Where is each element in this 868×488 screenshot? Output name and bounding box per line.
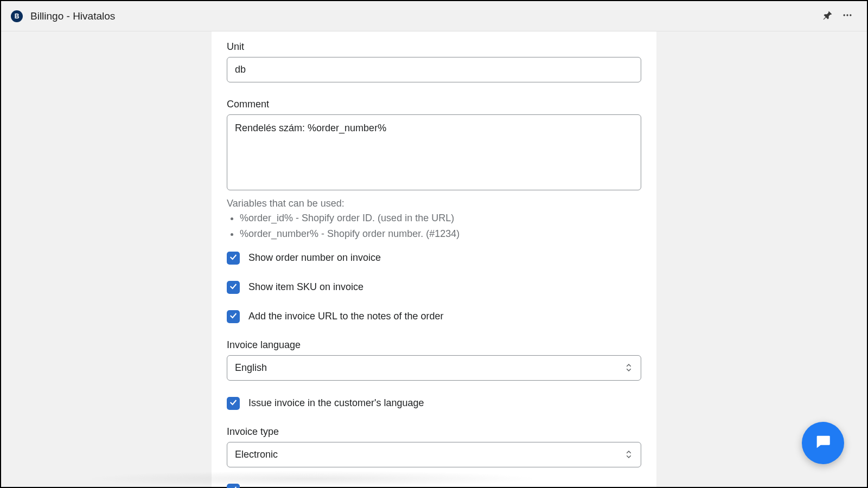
pin-button[interactable] bbox=[818, 7, 838, 26]
invoice-type-label: Invoice type bbox=[227, 426, 641, 438]
titlebar: B Billingo - Hivatalos bbox=[1, 1, 867, 31]
checkbox-box[interactable] bbox=[227, 310, 240, 323]
select-value: English bbox=[227, 355, 641, 381]
unit-label: Unit bbox=[227, 41, 641, 53]
content-area: Unit Comment Variables that can be used:… bbox=[1, 31, 867, 487]
checkbox-label: Add the invoice URL to the notes of the … bbox=[248, 311, 444, 322]
check-icon bbox=[229, 398, 238, 409]
variables-list: %order_id% - Shopify order ID. (used in … bbox=[227, 210, 641, 242]
checkbox-label: Show order number on invoice bbox=[248, 252, 381, 264]
checkbox-box[interactable] bbox=[227, 484, 240, 488]
more-button[interactable] bbox=[838, 7, 857, 26]
variable-item: %order_id% - Shopify order ID. (used in … bbox=[240, 210, 641, 226]
checkbox-add-invoice-url[interactable]: Add the invoice URL to the notes of the … bbox=[227, 310, 641, 323]
unit-input[interactable] bbox=[227, 57, 641, 82]
checkbox-label: Show item SKU on invoice bbox=[248, 281, 363, 293]
invoice-language-label: Invoice language bbox=[227, 339, 641, 351]
variables-intro: Variables that can be used: bbox=[227, 198, 641, 209]
chat-fab[interactable] bbox=[802, 422, 844, 464]
variable-item: %order_number% - Shopify order number. (… bbox=[240, 226, 641, 242]
comment-input[interactable] bbox=[227, 114, 641, 190]
checkbox-partial-cropped[interactable] bbox=[227, 484, 641, 488]
check-icon bbox=[229, 485, 238, 488]
checkbox-issue-customer-language[interactable]: Issue invoice in the customer's language bbox=[227, 397, 641, 410]
comment-label: Comment bbox=[227, 99, 641, 110]
checkbox-box[interactable] bbox=[227, 397, 240, 410]
app-icon: B bbox=[11, 10, 23, 22]
chat-icon bbox=[814, 433, 832, 453]
checkbox-label: Issue invoice in the customer's language bbox=[248, 397, 424, 409]
check-icon bbox=[229, 311, 238, 322]
checkbox-box[interactable] bbox=[227, 281, 240, 294]
pin-icon bbox=[822, 10, 833, 23]
check-icon bbox=[229, 253, 238, 264]
checkbox-box[interactable] bbox=[227, 252, 240, 265]
settings-card: Unit Comment Variables that can be used:… bbox=[212, 31, 656, 487]
svg-point-1 bbox=[846, 14, 848, 16]
checkbox-show-order-number[interactable]: Show order number on invoice bbox=[227, 252, 641, 265]
app-initial: B bbox=[15, 12, 20, 20]
svg-point-0 bbox=[844, 14, 845, 16]
invoice-type-select[interactable]: Electronic bbox=[227, 442, 641, 467]
more-icon bbox=[842, 10, 853, 23]
svg-point-2 bbox=[850, 14, 851, 16]
select-value: Electronic bbox=[227, 442, 641, 467]
invoice-language-select[interactable]: English bbox=[227, 355, 641, 381]
check-icon bbox=[229, 282, 238, 293]
checkbox-show-item-sku[interactable]: Show item SKU on invoice bbox=[227, 281, 641, 294]
page-title: Billingo - Hivatalos bbox=[30, 10, 115, 22]
